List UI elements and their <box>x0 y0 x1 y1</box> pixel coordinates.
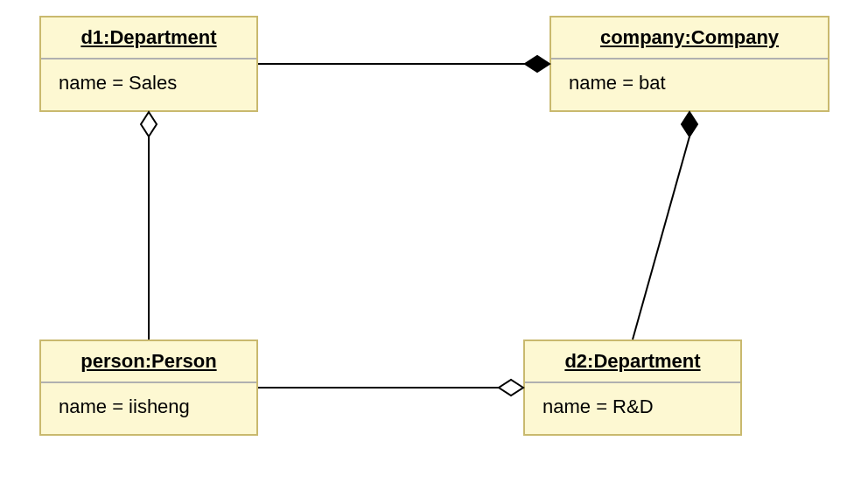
uml-attrs-person: name = iisheng <box>41 383 256 434</box>
svg-line-2 <box>633 136 690 340</box>
svg-marker-1 <box>525 56 550 72</box>
uml-title-company: company:Company <box>551 18 828 60</box>
connector-d2-company <box>633 112 697 340</box>
connector-person-d1 <box>141 112 157 340</box>
uml-title-d2: d2:Department <box>525 341 740 383</box>
uml-attrs-d1: name = Sales <box>41 60 256 110</box>
svg-marker-3 <box>682 112 697 136</box>
uml-attrs-d2: name = R&D <box>525 383 740 434</box>
uml-object-company: company:Company name = bat <box>550 16 830 112</box>
svg-marker-7 <box>499 380 523 396</box>
uml-object-d1: d1:Department name = Sales <box>39 16 258 112</box>
svg-marker-5 <box>141 112 157 136</box>
uml-object-d2: d2:Department name = R&D <box>523 340 742 436</box>
connector-d1-company <box>258 56 550 72</box>
uml-object-person: person:Person name = iisheng <box>39 340 258 436</box>
uml-title-d1: d1:Department <box>41 18 256 60</box>
connector-person-d2 <box>258 380 523 396</box>
uml-title-person: person:Person <box>41 341 256 383</box>
uml-attrs-company: name = bat <box>551 60 828 110</box>
